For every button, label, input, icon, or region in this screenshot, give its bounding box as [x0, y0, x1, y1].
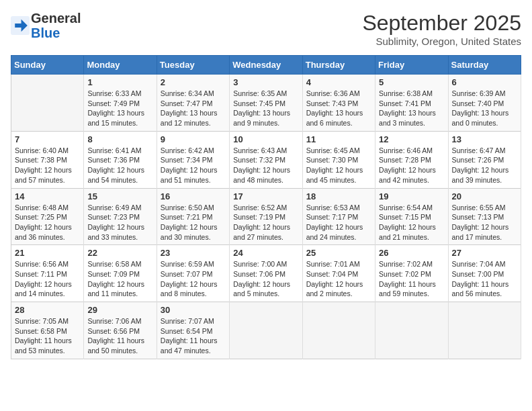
calendar-cell: 30Sunrise: 7:07 AM Sunset: 6:54 PM Dayli… [157, 302, 229, 359]
day-content: Sunrise: 6:43 AM Sunset: 7:32 PM Dayligh… [233, 146, 298, 185]
day-number: 21 [15, 248, 80, 258]
day-content: Sunrise: 7:04 AM Sunset: 7:00 PM Dayligh… [452, 259, 517, 299]
day-number: 19 [379, 191, 444, 201]
weekday-header: Sunday [11, 56, 84, 75]
calendar-cell: 11Sunrise: 6:45 AM Sunset: 7:30 PM Dayli… [302, 131, 375, 188]
calendar-table: SundayMondayTuesdayWednesdayThursdayFrid… [11, 55, 521, 359]
day-content: Sunrise: 6:52 AM Sunset: 7:19 PM Dayligh… [233, 203, 298, 242]
calendar-cell: 20Sunrise: 6:55 AM Sunset: 7:13 PM Dayli… [448, 188, 521, 245]
weekday-header: Friday [375, 56, 448, 75]
day-content: Sunrise: 6:33 AM Sunset: 7:49 PM Dayligh… [87, 89, 152, 128]
day-content: Sunrise: 7:05 AM Sunset: 6:58 PM Dayligh… [15, 316, 80, 356]
day-content: Sunrise: 6:38 AM Sunset: 7:41 PM Dayligh… [379, 89, 444, 128]
day-number: 16 [161, 191, 226, 201]
calendar-cell: 29Sunrise: 7:06 AM Sunset: 6:56 PM Dayli… [84, 302, 157, 359]
weekday-header: Tuesday [157, 56, 229, 75]
weekday-header: Wednesday [230, 56, 302, 75]
day-content: Sunrise: 6:35 AM Sunset: 7:45 PM Dayligh… [233, 89, 298, 128]
day-number: 17 [233, 191, 298, 201]
calendar-cell: 17Sunrise: 6:52 AM Sunset: 7:19 PM Dayli… [230, 188, 302, 245]
day-content: Sunrise: 6:40 AM Sunset: 7:38 PM Dayligh… [15, 146, 80, 185]
day-content: Sunrise: 6:55 AM Sunset: 7:13 PM Dayligh… [452, 203, 517, 242]
calendar-cell: 1Sunrise: 6:33 AM Sunset: 7:49 PM Daylig… [84, 75, 157, 132]
day-number: 27 [452, 248, 517, 258]
day-number: 23 [161, 248, 226, 258]
title-block: September 2025 Sublimity, Oregon, United… [362, 11, 521, 47]
day-number: 4 [306, 77, 371, 87]
calendar-cell: 21Sunrise: 6:56 AM Sunset: 7:11 PM Dayli… [11, 245, 84, 302]
day-content: Sunrise: 6:58 AM Sunset: 7:09 PM Dayligh… [87, 259, 152, 299]
calendar-cell: 9Sunrise: 6:42 AM Sunset: 7:34 PM Daylig… [157, 131, 229, 188]
day-content: Sunrise: 6:42 AM Sunset: 7:34 PM Dayligh… [161, 146, 226, 185]
calendar-cell: 13Sunrise: 6:47 AM Sunset: 7:26 PM Dayli… [448, 131, 521, 188]
calendar-cell: 7Sunrise: 6:40 AM Sunset: 7:38 PM Daylig… [11, 131, 84, 188]
calendar-cell: 18Sunrise: 6:53 AM Sunset: 7:17 PM Dayli… [302, 188, 375, 245]
day-number: 1 [87, 77, 152, 87]
calendar-cell: 4Sunrise: 6:36 AM Sunset: 7:43 PM Daylig… [302, 75, 375, 132]
day-content: Sunrise: 7:00 AM Sunset: 7:06 PM Dayligh… [233, 259, 298, 299]
day-number: 11 [306, 134, 371, 144]
day-content: Sunrise: 6:49 AM Sunset: 7:23 PM Dayligh… [87, 203, 152, 242]
calendar-week-row: 14Sunrise: 6:48 AM Sunset: 7:25 PM Dayli… [11, 188, 521, 245]
day-content: Sunrise: 7:02 AM Sunset: 7:02 PM Dayligh… [379, 259, 444, 299]
calendar-cell [375, 302, 448, 359]
day-number: 13 [452, 134, 517, 144]
day-number: 28 [15, 305, 80, 315]
day-content: Sunrise: 6:50 AM Sunset: 7:21 PM Dayligh… [161, 203, 226, 242]
calendar-cell: 12Sunrise: 6:46 AM Sunset: 7:28 PM Dayli… [375, 131, 448, 188]
location-subtitle: Sublimity, Oregon, United States [362, 36, 521, 47]
day-content: Sunrise: 6:48 AM Sunset: 7:25 PM Dayligh… [15, 203, 80, 242]
logo: General Blue [11, 11, 81, 40]
calendar-cell: 3Sunrise: 6:35 AM Sunset: 7:45 PM Daylig… [230, 75, 302, 132]
day-number: 24 [233, 248, 298, 258]
day-content: Sunrise: 6:39 AM Sunset: 7:40 PM Dayligh… [452, 89, 517, 128]
calendar-week-row: 28Sunrise: 7:05 AM Sunset: 6:58 PM Dayli… [11, 302, 521, 359]
weekday-header: Saturday [448, 56, 521, 75]
day-number: 22 [87, 248, 152, 258]
logo-general: General [31, 11, 81, 26]
calendar-week-row: 7Sunrise: 6:40 AM Sunset: 7:38 PM Daylig… [11, 131, 521, 188]
day-content: Sunrise: 6:47 AM Sunset: 7:26 PM Dayligh… [452, 146, 517, 185]
logo-blue: Blue [31, 26, 60, 40]
calendar-cell [448, 302, 521, 359]
day-number: 9 [161, 134, 226, 144]
calendar-cell: 24Sunrise: 7:00 AM Sunset: 7:06 PM Dayli… [230, 245, 302, 302]
day-content: Sunrise: 6:45 AM Sunset: 7:30 PM Dayligh… [306, 146, 371, 185]
calendar-cell [302, 302, 375, 359]
day-number: 7 [15, 134, 80, 144]
calendar-cell: 2Sunrise: 6:34 AM Sunset: 7:47 PM Daylig… [157, 75, 229, 132]
page-header: General Blue September 2025 Sublimity, O… [11, 11, 521, 47]
calendar-cell: 5Sunrise: 6:38 AM Sunset: 7:41 PM Daylig… [375, 75, 448, 132]
calendar-week-row: 21Sunrise: 6:56 AM Sunset: 7:11 PM Dayli… [11, 245, 521, 302]
day-number: 25 [306, 248, 371, 258]
calendar-cell [230, 302, 302, 359]
calendar-cell: 22Sunrise: 6:58 AM Sunset: 7:09 PM Dayli… [84, 245, 157, 302]
weekday-header: Monday [84, 56, 157, 75]
calendar-cell: 25Sunrise: 7:01 AM Sunset: 7:04 PM Dayli… [302, 245, 375, 302]
day-number: 6 [452, 77, 517, 87]
weekday-header: Thursday [302, 56, 375, 75]
calendar-cell: 16Sunrise: 6:50 AM Sunset: 7:21 PM Dayli… [157, 188, 229, 245]
day-content: Sunrise: 6:56 AM Sunset: 7:11 PM Dayligh… [15, 259, 80, 299]
calendar-cell: 19Sunrise: 6:54 AM Sunset: 7:15 PM Dayli… [375, 188, 448, 245]
logo-icon [11, 16, 30, 35]
day-content: Sunrise: 6:53 AM Sunset: 7:17 PM Dayligh… [306, 203, 371, 242]
day-content: Sunrise: 6:59 AM Sunset: 7:07 PM Dayligh… [161, 259, 226, 299]
day-content: Sunrise: 6:41 AM Sunset: 7:36 PM Dayligh… [87, 146, 152, 185]
day-number: 29 [87, 305, 152, 315]
calendar-cell: 23Sunrise: 6:59 AM Sunset: 7:07 PM Dayli… [157, 245, 229, 302]
calendar-header: SundayMondayTuesdayWednesdayThursdayFrid… [11, 56, 521, 75]
day-number: 15 [87, 191, 152, 201]
day-number: 8 [87, 134, 152, 144]
day-number: 12 [379, 134, 444, 144]
day-number: 26 [379, 248, 444, 258]
calendar-cell: 6Sunrise: 6:39 AM Sunset: 7:40 PM Daylig… [448, 75, 521, 132]
calendar-cell: 27Sunrise: 7:04 AM Sunset: 7:00 PM Dayli… [448, 245, 521, 302]
day-number: 30 [161, 305, 226, 315]
month-title: September 2025 [362, 11, 521, 36]
day-content: Sunrise: 7:01 AM Sunset: 7:04 PM Dayligh… [306, 259, 371, 299]
calendar-cell: 15Sunrise: 6:49 AM Sunset: 7:23 PM Dayli… [84, 188, 157, 245]
calendar-cell [11, 75, 84, 132]
day-content: Sunrise: 6:54 AM Sunset: 7:15 PM Dayligh… [379, 203, 444, 242]
day-content: Sunrise: 6:36 AM Sunset: 7:43 PM Dayligh… [306, 89, 371, 128]
